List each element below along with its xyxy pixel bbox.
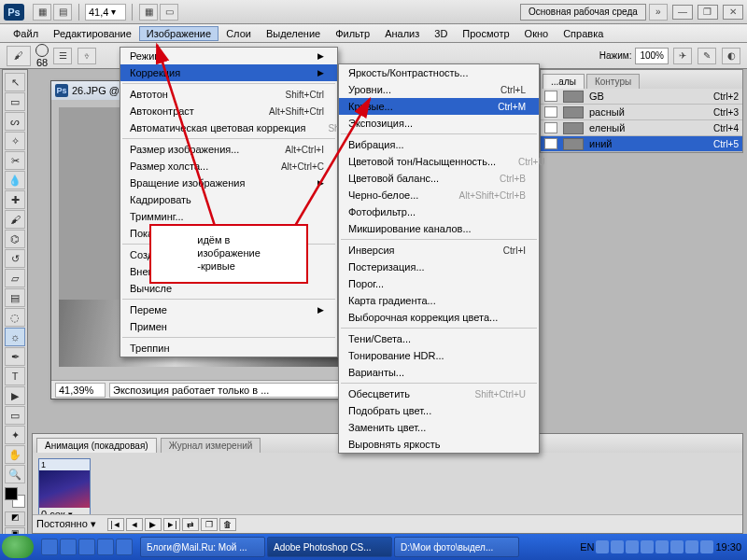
menuitem[interactable]: Тонирование HDR...: [339, 347, 539, 364]
tool-preset-icon[interactable]: 🖌: [7, 46, 31, 66]
status-info[interactable]: Экспозиция работает только в ...: [109, 383, 363, 398]
brush-size-preview[interactable]: 68: [35, 44, 49, 68]
shape-tool[interactable]: ▭: [5, 406, 25, 425]
taskbar-button[interactable]: Adobe Photoshop CS...: [267, 537, 392, 557]
tray-icon[interactable]: [670, 540, 684, 553]
type-tool[interactable]: T: [5, 367, 25, 385]
menuitem[interactable]: Экспозиция...: [339, 115, 539, 132]
menuitem[interactable]: ИнверсияCtrl+I: [339, 242, 539, 259]
menuitem[interactable]: Яркость/Контрастность...: [339, 64, 539, 81]
menuitem[interactable]: Уровни...Ctrl+L: [339, 81, 539, 98]
menuitem[interactable]: Постеризация...: [339, 259, 539, 275]
animation-frame-1[interactable]: 1 0 сек.▾: [38, 458, 91, 522]
workspace-switcher[interactable]: Основная рабочая среда: [520, 4, 646, 21]
menuitem[interactable]: Переме▶: [120, 301, 337, 318]
taskbar-button[interactable]: D:\Мои фото\выдел...: [394, 537, 519, 557]
tray-icon[interactable]: [611, 540, 624, 553]
menuitem[interactable]: Вращение изображения▶: [120, 175, 337, 191]
visibility-icon[interactable]: [544, 138, 557, 149]
channel-row[interactable]: еленыйCtrl+4: [541, 120, 742, 136]
history-brush-tool[interactable]: ↺: [5, 249, 25, 268]
eraser-tool[interactable]: ▱: [5, 269, 25, 287]
menu-Редактирование[interactable]: Редактирование: [46, 26, 139, 41]
delete-frame-button[interactable]: 🗑: [219, 518, 236, 531]
airbrush-icon[interactable]: ✈: [673, 48, 692, 64]
start-button[interactable]: [2, 536, 34, 558]
tray-icon[interactable]: [596, 540, 609, 553]
tab-channels[interactable]: ...алы: [543, 74, 585, 89]
first-frame-button[interactable]: |◄: [107, 518, 124, 531]
menuitem[interactable]: Кривые...Ctrl+M: [339, 98, 539, 115]
pen-tool[interactable]: ✒: [5, 347, 25, 366]
menuitem[interactable]: Варианты...: [339, 364, 539, 381]
maximize-button[interactable]: ❐: [698, 5, 718, 20]
prev-frame-button[interactable]: ◄: [126, 518, 143, 531]
mini-bridge-icon[interactable]: ▤: [53, 4, 72, 21]
menu-Окно[interactable]: Окно: [517, 26, 557, 41]
lang-indicator[interactable]: EN: [580, 541, 594, 553]
minimize-button[interactable]: —: [672, 5, 693, 20]
menuitem[interactable]: Порог...: [339, 275, 539, 292]
tablet-pressure-icon[interactable]: ✎: [698, 48, 716, 64]
clock[interactable]: 19:30: [715, 541, 741, 553]
tray-icon[interactable]: [626, 540, 639, 553]
zoom-value-field[interactable]: 41,4 ▾: [85, 4, 126, 21]
quickmask-toggle[interactable]: ◩: [5, 511, 25, 526]
more-workspaces-icon[interactable]: »: [649, 4, 668, 21]
menuitem[interactable]: Выровнять яркость: [339, 436, 539, 453]
visibility-icon[interactable]: [544, 106, 557, 118]
menu-Выделение[interactable]: Выделение: [259, 26, 328, 41]
menuitem[interactable]: Размер изображения...Alt+Ctrl+I: [120, 141, 337, 158]
visibility-icon[interactable]: [544, 91, 557, 102]
ql-icon[interactable]: [60, 539, 77, 555]
lasso-tool[interactable]: ᔕ: [5, 112, 25, 131]
gradient-tool[interactable]: ▤: [5, 288, 25, 307]
wand-tool[interactable]: ✧: [5, 132, 25, 150]
tab-measure-log[interactable]: Журнал измерений: [161, 438, 261, 453]
color-swatches[interactable]: [5, 487, 25, 508]
tray-icon[interactable]: [655, 540, 669, 553]
tab-paths[interactable]: Контуры: [586, 74, 640, 89]
menu-Просмотр[interactable]: Просмотр: [455, 26, 516, 41]
view-extras-icon[interactable]: ▦: [139, 4, 158, 21]
play-button[interactable]: ▶: [145, 518, 162, 531]
tray-icon[interactable]: [685, 540, 698, 553]
menuitem[interactable]: Заменить цвет...: [339, 419, 539, 436]
ql-icon[interactable]: [78, 539, 95, 555]
channel-row[interactable]: расныйCtrl+3: [541, 105, 742, 120]
menuitem[interactable]: Коррекция▶: [120, 64, 337, 81]
menuitem[interactable]: Размер холста...Alt+Ctrl+C: [120, 158, 337, 175]
menu-Файл[interactable]: Файл: [6, 26, 46, 41]
ql-icon[interactable]: [97, 539, 114, 555]
screen-mode-icon[interactable]: ▭: [160, 4, 178, 21]
bridge-icon[interactable]: ▦: [33, 4, 51, 21]
menu-Анализ[interactable]: Анализ: [377, 26, 427, 41]
marquee-tool[interactable]: ▭: [5, 92, 25, 111]
visibility-icon[interactable]: [544, 122, 557, 133]
close-button[interactable]: ✕: [723, 5, 743, 20]
blur-tool[interactable]: ◌: [5, 308, 25, 327]
path-select-tool[interactable]: ▶: [5, 386, 25, 405]
tray-icon[interactable]: [641, 540, 654, 553]
channel-row[interactable]: инийCtrl+5: [541, 136, 742, 152]
tab-animation[interactable]: Анимация (покадровая): [36, 438, 157, 453]
menu-Справка[interactable]: Справка: [556, 26, 611, 41]
stamp-tool[interactable]: ⌬: [5, 230, 25, 248]
brush-panel-icon[interactable]: ☰: [53, 48, 72, 64]
loop-select[interactable]: Постоянно ▾: [36, 518, 96, 530]
move-tool[interactable]: ↖: [5, 73, 25, 91]
menuitem[interactable]: АвтотонShift+Ctrl: [120, 86, 337, 103]
brush-settings-icon[interactable]: ⎀: [78, 48, 96, 64]
ql-icon[interactable]: [116, 539, 133, 555]
tablet-opacity-icon[interactable]: ◐: [722, 48, 740, 64]
eyedropper-tool[interactable]: 💧: [5, 171, 25, 189]
hand-tool[interactable]: ✋: [5, 445, 25, 464]
tween-button[interactable]: ⇄: [182, 518, 199, 531]
menu-Фильтр[interactable]: Фильтр: [328, 26, 377, 41]
crop-tool[interactable]: ✂: [5, 151, 25, 170]
dodge-tool[interactable]: ☼: [5, 328, 25, 346]
menu-3D[interactable]: 3D: [427, 26, 455, 41]
heal-tool[interactable]: ✚: [5, 190, 25, 209]
zoom-tool[interactable]: 🔍: [5, 465, 25, 483]
menuitem[interactable]: Режим▶: [120, 48, 337, 64]
